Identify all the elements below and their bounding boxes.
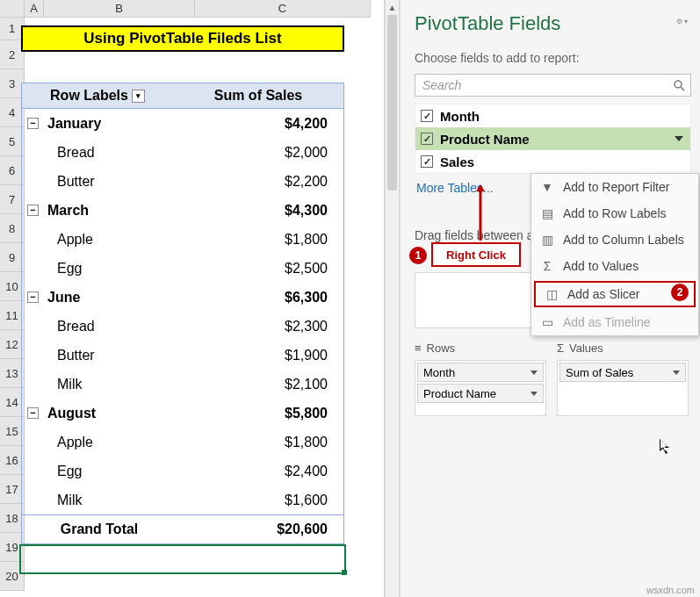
context-menu-item[interactable]: ▼Add to Report Filter bbox=[531, 174, 698, 200]
rows-dropzone[interactable]: MonthProduct Name bbox=[415, 360, 546, 416]
collapse-icon[interactable]: − bbox=[27, 291, 39, 303]
row-header[interactable]: 20 bbox=[0, 562, 25, 591]
row-labels-filter-button[interactable]: ▾ bbox=[132, 90, 145, 103]
item-value: $2,300 bbox=[177, 319, 343, 334]
pivot-item-row[interactable]: Egg$2,400 bbox=[22, 457, 343, 486]
field-item[interactable]: ✓Product Name bbox=[415, 127, 690, 150]
cols-icon: ▥ bbox=[540, 233, 554, 247]
column-header-A[interactable]: A bbox=[25, 0, 44, 18]
row-labels-header[interactable]: Row Labels ▾ bbox=[22, 83, 173, 108]
pivot-group-row[interactable]: −August$5,800 bbox=[22, 399, 343, 428]
column-header-B[interactable]: B bbox=[44, 0, 195, 18]
pivot-item-row[interactable]: Butter$2,200 bbox=[22, 167, 343, 196]
context-menu-label: Add to Report Filter bbox=[563, 180, 669, 194]
sum-of-sales-header[interactable]: Sum of Sales bbox=[173, 83, 343, 108]
item-value: $1,900 bbox=[177, 348, 343, 363]
values-dropzone[interactable]: Sum of Sales bbox=[557, 360, 689, 416]
pivot-group-row[interactable]: −March$4,300 bbox=[22, 196, 343, 225]
collapse-icon[interactable]: − bbox=[27, 205, 39, 216]
title-cell[interactable]: Using PivotTable Fileds List bbox=[21, 25, 344, 52]
search-input[interactable]: Search bbox=[415, 74, 691, 97]
values-label: Values bbox=[569, 342, 603, 355]
item-value: $2,500 bbox=[177, 261, 343, 277]
item-name: Bread bbox=[22, 145, 177, 161]
filters-dropzone[interactable] bbox=[415, 272, 546, 328]
pivot-item-row[interactable]: Milk$1,600 bbox=[22, 486, 343, 514]
group-name: March bbox=[47, 203, 89, 219]
values-area[interactable]: ΣValues Sum of Sales bbox=[557, 339, 689, 416]
item-name: Egg bbox=[22, 464, 177, 479]
item-name: Egg bbox=[22, 261, 177, 277]
group-total: $4,300 bbox=[177, 203, 343, 219]
rows-area[interactable]: ≡Rows MonthProduct Name bbox=[415, 339, 546, 416]
field-context-menu: ▼Add to Report Filter▤Add to Row Labels▥… bbox=[530, 173, 699, 336]
pivot-item-row[interactable]: Apple$1,800 bbox=[22, 428, 343, 457]
context-menu-label: Add to Column Labels bbox=[563, 233, 684, 247]
pivot-group-row[interactable]: −June$6,300 bbox=[22, 283, 343, 312]
field-checkbox[interactable]: ✓ bbox=[421, 110, 433, 122]
group-name: June bbox=[47, 290, 80, 306]
funnel-icon: ▼ bbox=[540, 180, 554, 194]
area-chip[interactable]: Sum of Sales bbox=[559, 363, 686, 382]
spreadsheet-area: A B C 1 2 3 4 5 6 7 8 9 10 11 12 13 14 1… bbox=[0, 0, 385, 597]
context-menu-label: Add as Slicer bbox=[567, 287, 639, 301]
field-label: Product Name bbox=[440, 132, 530, 147]
vertical-scrollbar[interactable]: ▲ bbox=[385, 0, 400, 597]
field-item[interactable]: ✓Month bbox=[415, 104, 690, 127]
context-menu-item[interactable]: ▭Add as Timeline bbox=[531, 309, 698, 335]
pivot-item-row[interactable]: Apple$1,800 bbox=[22, 225, 343, 254]
collapse-icon[interactable]: − bbox=[27, 407, 39, 419]
mouse-cursor-icon bbox=[660, 439, 672, 458]
gear-icon[interactable]: ⚙ ▾ bbox=[676, 18, 688, 25]
pivot-item-row[interactable]: Bread$2,300 bbox=[22, 312, 343, 341]
pivot-item-row[interactable]: Butter$1,900 bbox=[22, 341, 343, 370]
pivot-item-row[interactable]: Milk$2,100 bbox=[22, 370, 343, 399]
field-label: Month bbox=[440, 109, 480, 124]
pivot-group-row[interactable]: −January$4,200 bbox=[22, 109, 343, 138]
pivot-item-row[interactable]: Bread$2,000 bbox=[22, 138, 343, 167]
item-value: $1,800 bbox=[177, 232, 343, 248]
column-headers: A B C bbox=[25, 0, 384, 18]
field-label: Sales bbox=[440, 155, 474, 169]
field-item[interactable]: ✓Sales bbox=[415, 150, 690, 173]
pivot-item-row[interactable]: Egg$2,500 bbox=[22, 254, 343, 283]
svg-point-0 bbox=[675, 81, 682, 88]
area-chip[interactable]: Product Name bbox=[417, 384, 544, 403]
item-value: $2,200 bbox=[177, 174, 343, 190]
context-menu-item[interactable]: ΣAdd to Values bbox=[531, 253, 698, 279]
search-placeholder: Search bbox=[422, 78, 461, 92]
collapse-icon[interactable]: − bbox=[27, 118, 39, 129]
pivot-header-row: Row Labels ▾ Sum of Sales bbox=[21, 83, 344, 109]
context-menu-label: Add as Timeline bbox=[563, 315, 651, 329]
item-value: $2,100 bbox=[177, 377, 343, 392]
group-total: $6,300 bbox=[177, 290, 343, 306]
rows-label: Rows bbox=[427, 342, 456, 355]
selection-outline bbox=[19, 544, 346, 574]
grand-total-label: Grand Total bbox=[22, 521, 177, 537]
rows-icon: ≡ bbox=[415, 342, 422, 355]
item-value: $1,800 bbox=[177, 435, 343, 450]
right-click-callout: Right Click bbox=[431, 242, 521, 267]
pane-subtitle: Choose fields to add to report: bbox=[415, 51, 691, 65]
item-name: Milk bbox=[22, 377, 177, 392]
scroll-thumb[interactable] bbox=[387, 15, 397, 191]
area-chip[interactable]: Month bbox=[417, 363, 544, 382]
item-name: Apple bbox=[22, 232, 177, 248]
scroll-up-arrow[interactable]: ▲ bbox=[386, 0, 399, 15]
grand-total-row[interactable]: Grand Total$20,600 bbox=[22, 514, 343, 543]
context-menu-item[interactable]: ▤Add to Row Labels bbox=[531, 200, 698, 227]
item-name: Butter bbox=[22, 174, 177, 190]
context-menu-item[interactable]: ▥Add to Column Labels bbox=[531, 227, 698, 253]
search-icon bbox=[673, 79, 685, 94]
pane-title: PivotTable Fields bbox=[415, 12, 691, 35]
svg-marker-3 bbox=[476, 184, 485, 191]
field-checkbox[interactable]: ✓ bbox=[421, 133, 433, 145]
group-total: $4,200 bbox=[177, 116, 343, 132]
select-all-corner[interactable] bbox=[0, 0, 25, 18]
field-list: ✓Month✓Product Name✓Sales bbox=[415, 104, 691, 174]
timeline-icon: ▭ bbox=[540, 315, 554, 329]
field-checkbox[interactable]: ✓ bbox=[421, 155, 433, 168]
step-badge-1: 1 bbox=[409, 247, 427, 264]
column-header-C[interactable]: C bbox=[195, 0, 371, 18]
item-name: Butter bbox=[22, 348, 177, 363]
